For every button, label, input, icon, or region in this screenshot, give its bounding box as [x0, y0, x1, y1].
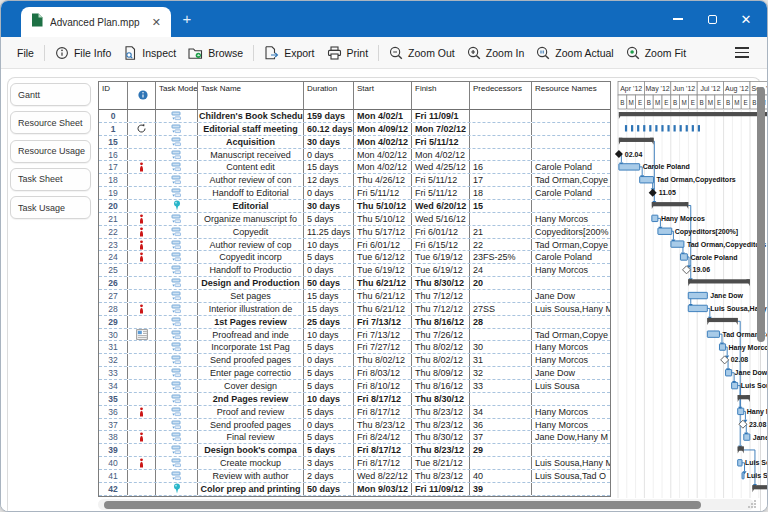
gantt-task-bar[interactable]: [688, 305, 707, 311]
task-row[interactable]: 40Create mockup3 daysFri 8/17/12Tue 8/21…: [99, 457, 610, 470]
task-row[interactable]: 30Proofread and inde10 daysFri 7/13/12Th…: [99, 329, 610, 342]
horizontal-scrollbar-thumb[interactable]: [104, 501, 701, 509]
minimize-button[interactable]: [661, 1, 695, 37]
gantt-summary-bar[interactable]: [688, 279, 750, 283]
toolbar-button-file-info[interactable]: File Info: [49, 41, 117, 65]
gantt-summary-bar[interactable]: [652, 202, 688, 206]
task-row[interactable]: 15Acquisition30 daysMon 4/02/12Fri 5/11/…: [99, 136, 610, 149]
gantt-recurring-tick[interactable]: [692, 125, 694, 131]
sidebar-item-task-sheet[interactable]: Task Sheet: [10, 168, 91, 191]
new-tab-button[interactable]: +: [177, 9, 197, 29]
task-row[interactable]: 16Manuscript received0 daysMon 4/02/12Mo…: [99, 149, 610, 162]
toolbar-button-zoom-actual[interactable]: Zoom Actual: [530, 41, 619, 65]
gantt-recurring-tick[interactable]: [680, 125, 682, 131]
task-row[interactable]: 25Handoff to Productio0 daysTue 6/19/12T…: [99, 264, 610, 277]
menu-button[interactable]: [727, 47, 757, 57]
task-row[interactable]: 39Design book's compa5 daysFri 8/17/12Th…: [99, 444, 610, 457]
gantt-summary-bar[interactable]: [619, 138, 654, 142]
task-row[interactable]: 17Content edit15 daysMon 4/02/12Wed 4/25…: [99, 161, 610, 174]
column-header-task-mode[interactable]: Task Mode: [156, 82, 198, 110]
gantt-task-bar[interactable]: [658, 228, 672, 234]
toolbar-button-inspect[interactable]: Inspect: [117, 41, 182, 65]
task-row[interactable]: 21Organize manuscript fo5 daysThu 5/10/1…: [99, 213, 610, 226]
task-row[interactable]: 26Design and Production50 daysThu 6/21/1…: [99, 277, 610, 290]
toolbar-button-zoom-in[interactable]: Zoom In: [461, 41, 531, 65]
gantt-recurring-tick[interactable]: [637, 125, 639, 131]
task-row[interactable]: 19Handoff to Editorial0 daysFri 5/11/12F…: [99, 187, 610, 200]
gantt-task-bar[interactable]: [640, 177, 654, 183]
gantt-recurring-tick[interactable]: [698, 125, 700, 131]
gantt-task-bar[interactable]: [738, 460, 742, 466]
task-row[interactable]: 291st Pages review25 daysFri 7/13/12Thu …: [99, 316, 610, 329]
gantt-summary-bar[interactable]: [619, 112, 767, 116]
gantt-task-bar[interactable]: [738, 408, 744, 414]
gantt-recurring-tick[interactable]: [655, 125, 657, 131]
task-row[interactable]: 37Send proofed pages0 daysThu 8/23/12Thu…: [99, 419, 610, 432]
toolbar-button-print[interactable]: Print: [321, 41, 375, 65]
task-row[interactable]: 0Children's Book Schedu159 daysMon 4/02/…: [99, 110, 610, 123]
gantt-task-bar[interactable]: [732, 382, 738, 388]
gantt-task-bar[interactable]: [719, 344, 725, 350]
task-row[interactable]: 31Incorporate 1st Pag5 daysFri 7/27/12Th…: [99, 341, 610, 354]
column-header-start[interactable]: Start: [354, 82, 412, 110]
toolbar-button-export[interactable]: Export: [258, 41, 320, 65]
task-row[interactable]: 33Enter page correctio5 daysFri 8/03/12T…: [99, 367, 610, 380]
task-row[interactable]: 352nd Pages review10 daysFri 8/17/12Thu …: [99, 393, 610, 406]
task-row[interactable]: 28Interior illustration de15 daysThu 6/2…: [99, 303, 610, 316]
column-header-predecessors[interactable]: Predecessors: [470, 82, 532, 110]
task-row[interactable]: 27Set pages15 daysThu 6/21/12Thu 7/12/12…: [99, 290, 610, 303]
gantt-recurring-tick[interactable]: [649, 125, 651, 131]
column-header-resource-names[interactable]: Resource Names: [532, 82, 611, 110]
column-header-duration[interactable]: Duration: [304, 82, 354, 110]
gantt-task-bar[interactable]: [671, 241, 684, 247]
toolbar-button-zoom-out[interactable]: Zoom Out: [383, 41, 461, 65]
vertical-scrollbar-thumb[interactable]: [757, 87, 765, 342]
document-tab[interactable]: Advanced Plan.mpp ✕: [21, 7, 171, 37]
gantt-recurring-tick[interactable]: [643, 125, 645, 131]
sidebar-item-gantt[interactable]: Gantt: [10, 83, 91, 106]
vertical-scrollbar[interactable]: [755, 81, 767, 498]
column-header-info[interactable]: [128, 82, 156, 110]
task-row[interactable]: 22Copyedit11.25 daysThu 5/17/12Fri 6/01/…: [99, 226, 610, 239]
gantt-summary-bar[interactable]: [707, 318, 737, 322]
gantt-task-bar[interactable]: [742, 472, 744, 478]
toolbar-button-file[interactable]: File: [11, 41, 40, 65]
gantt-task-bar[interactable]: [744, 434, 750, 440]
gantt-recurring-tick[interactable]: [667, 125, 669, 131]
task-row[interactable]: 1Editorial staff meeting60.12 daysMon 4/…: [99, 123, 610, 136]
column-header-finish[interactable]: Finish: [412, 82, 470, 110]
task-row[interactable]: 34Cover design5 daysFri 8/10/12Thu 8/16/…: [99, 380, 610, 393]
task-row[interactable]: 36Proof and review5 daysFri 8/17/12Thu 8…: [99, 406, 610, 419]
toolbar-button-zoom-fit[interactable]: Zoom Fit: [620, 41, 692, 65]
task-row[interactable]: 23Author review of cop10 daysFri 6/01/12…: [99, 239, 610, 252]
sidebar-item-resource-usage[interactable]: Resource Usage: [10, 140, 91, 163]
task-row[interactable]: 18Author review of con12 daysThu 4/26/12…: [99, 174, 610, 187]
gantt-task-bar[interactable]: [680, 254, 687, 260]
task-row[interactable]: 41Review with author2 daysWed 8/22/12Thu…: [99, 470, 610, 483]
toolbar-button-browse[interactable]: Browse: [182, 41, 249, 65]
horizontal-scrollbar[interactable]: [98, 499, 754, 510]
column-header-id[interactable]: ID: [99, 82, 128, 110]
gantt-task-bar[interactable]: [707, 331, 719, 337]
task-row[interactable]: 42Color prep and printing50 daysMon 9/03…: [99, 483, 610, 496]
gantt-recurring-tick[interactable]: [661, 125, 663, 131]
gantt-recurring-tick[interactable]: [686, 125, 688, 131]
task-row[interactable]: 24Copyedit incorp5 daysTue 6/12/12Tue 6/…: [99, 251, 610, 264]
column-header-task-name[interactable]: Task Name: [198, 82, 304, 110]
sidebar-item-resource-sheet[interactable]: Resource Sheet: [10, 111, 91, 134]
task-row[interactable]: 38Final review5 daysFri 8/24/12Thu 8/30/…: [99, 431, 610, 444]
task-row[interactable]: 20Editorial30 daysThu 5/10/12Wed 6/20/12…: [99, 200, 610, 213]
gantt-task-bar[interactable]: [688, 292, 707, 298]
gantt-task-bar[interactable]: [652, 215, 658, 221]
sidebar-item-task-usage[interactable]: Task Usage: [10, 196, 91, 219]
gantt-recurring-tick[interactable]: [674, 125, 676, 131]
gantt-milestone[interactable]: [649, 189, 657, 197]
close-button[interactable]: ✕: [729, 1, 763, 37]
gantt-task-bar[interactable]: [619, 164, 640, 170]
gantt-task-bar[interactable]: [726, 370, 732, 376]
gantt-recurring-tick[interactable]: [631, 125, 633, 131]
gantt-recurring-tick[interactable]: [625, 125, 627, 131]
tab-close-icon[interactable]: ✕: [150, 17, 163, 28]
task-row[interactable]: 32Send proofed pages0 daysThu 8/02/12Thu…: [99, 354, 610, 367]
maximize-button[interactable]: [695, 1, 729, 37]
